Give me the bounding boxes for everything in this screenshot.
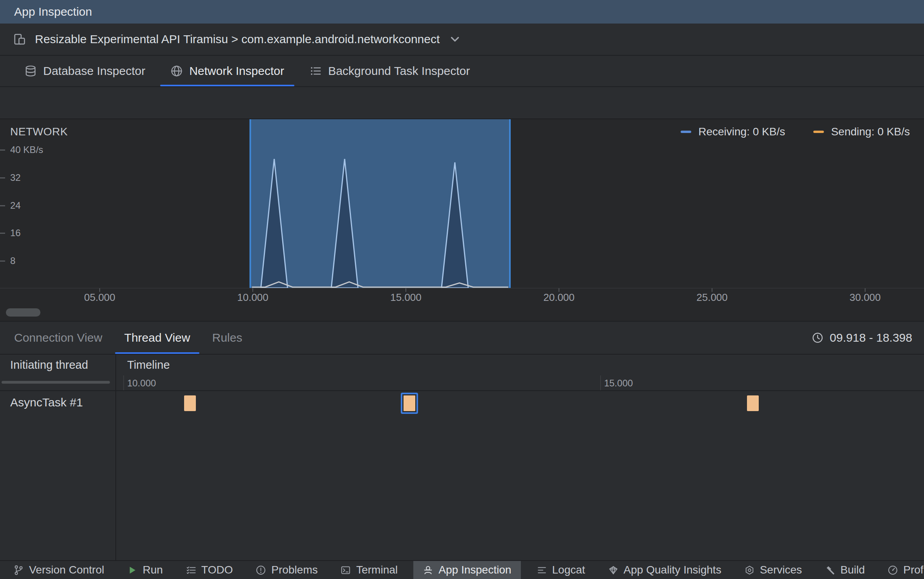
tool-window-titlebar[interactable]: App Inspection — [0, 0, 924, 24]
statusbar-item-label: TODO — [201, 564, 233, 576]
column-divider[interactable] — [115, 354, 116, 560]
app-inspection-window: App Inspection Resizable Experimental AP… — [0, 0, 924, 579]
y-axis-label: 24 — [10, 200, 21, 211]
statusbar-item-services[interactable]: Services — [742, 561, 804, 579]
x-axis-label: 15.000 — [390, 291, 422, 304]
y-axis-tick — [0, 149, 5, 151]
x-axis-label: 25.000 — [696, 291, 728, 304]
tool-window-title: App Inspection — [14, 5, 92, 18]
thread-rows: AsyncTask #1 — [0, 391, 924, 560]
ruler-label: 10.000 — [127, 378, 156, 389]
statusbar-item-app-quality-insights[interactable]: App Quality Insights — [606, 561, 724, 579]
y-axis-tick — [0, 233, 5, 234]
terminal-icon — [340, 565, 351, 575]
detail-view-tabs: Connection View Thread View Rules 09.918… — [0, 322, 924, 354]
todo-icon — [186, 565, 196, 575]
statusbar-item-todo[interactable]: TODO — [183, 561, 235, 579]
statusbar-item-label: Problems — [271, 564, 318, 576]
statusbar-item-app-inspection[interactable]: App Inspection — [413, 561, 520, 579]
ruler-label: 15.000 — [604, 378, 633, 389]
diamond-icon — [608, 565, 619, 575]
thread-column-scrollbar[interactable] — [2, 381, 110, 384]
statusbar-item-run[interactable]: Run — [124, 561, 165, 579]
network-event-selected[interactable] — [401, 393, 418, 414]
tab-network-inspector[interactable]: Network Inspector — [158, 56, 297, 86]
column-initiating-thread: Initiating thread — [0, 359, 115, 371]
tab-label: Database Inspector — [43, 64, 145, 78]
inspector-detail-panel: Connection View Thread View Rules 09.918… — [0, 321, 924, 560]
statusbar-item-build[interactable]: Build — [822, 561, 867, 579]
network-timeline-plot[interactable]: NETWORK 40 KB/s3224168 Receiving: 0 KB/s… — [0, 119, 924, 288]
legend-label: Sending: 0 KB/s — [831, 126, 910, 138]
chart-scrollbar-thumb[interactable] — [6, 308, 40, 317]
y-axis-tick — [0, 260, 5, 262]
network-event[interactable] — [747, 395, 759, 411]
hammer-icon — [825, 565, 835, 575]
statusbar-item-problems[interactable]: Problems — [253, 561, 320, 579]
tab-database-inspector[interactable]: Database Inspector — [12, 56, 158, 86]
toolbar-strip — [0, 87, 924, 119]
gauge-icon — [887, 565, 898, 575]
inspector-tabs: Database Inspector Network Inspector Bac… — [0, 56, 924, 87]
selected-time-range: 09.918 - 18.398 — [812, 322, 912, 354]
statusbar-item-label: Run — [142, 564, 163, 576]
statusbar-item-label: Profiler — [903, 564, 924, 576]
chart-title: NETWORK — [10, 126, 68, 138]
tab-connection-view[interactable]: Connection View — [3, 322, 113, 354]
legend-receiving: Receiving: 0 KB/s — [681, 126, 785, 138]
statusbar-item-version-control[interactable]: Version Control — [11, 561, 106, 579]
tool-window-bar: Version ControlRunTODOProblemsTerminalAp… — [0, 560, 924, 579]
statusbar-item-label: Build — [840, 564, 865, 576]
network-chart-panel: NETWORK 40 KB/s3224168 Receiving: 0 KB/s… — [0, 119, 924, 321]
x-axis-label: 20.000 — [543, 291, 575, 304]
ruler-tick — [600, 375, 601, 390]
statusbar-item-label: Services — [760, 564, 802, 576]
network-event — [404, 395, 415, 411]
services-icon — [744, 565, 755, 575]
tab-label: Thread View — [124, 331, 190, 344]
chart-legend: Receiving: 0 KB/s Sending: 0 KB/s — [681, 126, 910, 138]
globe-icon — [170, 65, 183, 77]
sending-swatch-icon — [813, 131, 824, 133]
legend-label: Receiving: 0 KB/s — [698, 126, 785, 138]
column-timeline: Timeline — [115, 359, 170, 371]
y-axis-label: 16 — [10, 228, 21, 239]
problems-icon — [256, 565, 266, 575]
time-axis: 05.00010.00015.00020.00025.00030.000 — [0, 288, 924, 306]
statusbar-item-label: App Inspection — [438, 564, 511, 576]
x-axis-label: 30.000 — [849, 291, 881, 304]
device-icon — [13, 33, 26, 46]
branch-icon — [13, 565, 24, 575]
y-axis-tick — [0, 177, 5, 178]
logcat-icon — [537, 565, 547, 575]
thread-table-header: Initiating thread Timeline — [0, 354, 924, 375]
y-axis-label: 40 KB/s — [10, 144, 43, 155]
tab-label: Network Inspector — [189, 64, 284, 78]
statusbar-item-label: App Quality Insights — [624, 564, 721, 576]
tab-rules[interactable]: Rules — [201, 322, 253, 354]
statusbar-item-logcat[interactable]: Logcat — [534, 561, 588, 579]
tab-label: Rules — [212, 331, 242, 344]
statusbar-item-terminal[interactable]: Terminal — [338, 561, 400, 579]
process-label: Resizable Experimental API Tiramisu > co… — [35, 33, 440, 46]
process-selector[interactable]: Resizable Experimental API Tiramisu > co… — [0, 24, 924, 56]
x-axis-label: 05.000 — [84, 291, 115, 304]
chart-scrollbar-track — [0, 306, 924, 321]
network-chart[interactable] — [0, 119, 924, 288]
y-axis-label: 8 — [10, 255, 15, 266]
y-axis-tick — [0, 205, 5, 206]
clock-icon — [812, 332, 824, 344]
run-icon — [127, 565, 137, 575]
network-event[interactable] — [184, 395, 196, 411]
statusbar-item-label: Version Control — [29, 564, 104, 576]
chevron-down-icon[interactable] — [448, 33, 462, 46]
tab-label: Connection View — [14, 331, 102, 344]
statusbar-item-profiler[interactable]: Profiler — [885, 561, 924, 579]
ruler-tick — [123, 375, 124, 390]
timeline-ruler: 10.00015.000 — [0, 375, 924, 391]
tab-thread-view[interactable]: Thread View — [113, 322, 201, 354]
tab-background-task-inspector[interactable]: Background Task Inspector — [297, 56, 482, 86]
spy-icon — [423, 565, 433, 575]
y-axis-label: 32 — [10, 172, 21, 183]
thread-timeline-row[interactable] — [0, 391, 924, 560]
